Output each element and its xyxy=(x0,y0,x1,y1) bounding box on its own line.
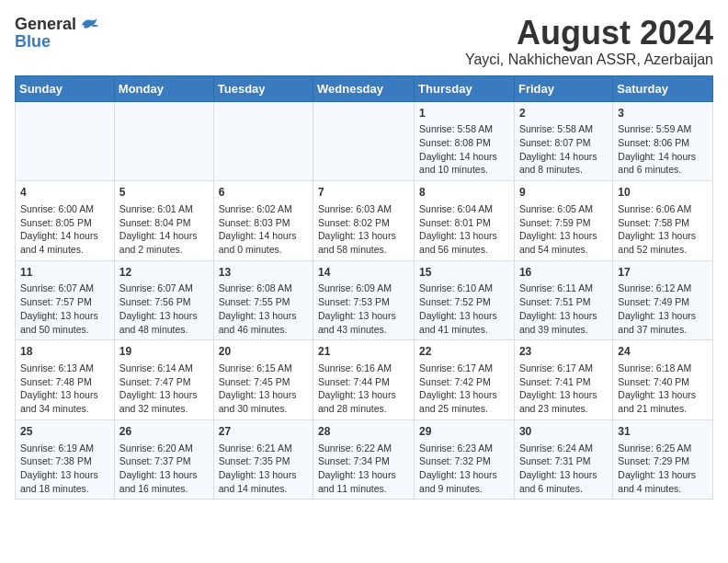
day-info-text: Daylight: 13 hours xyxy=(20,388,109,402)
day-info-text: and 9 minutes. xyxy=(419,482,509,496)
logo-bird-icon xyxy=(80,17,100,33)
calendar-cell xyxy=(313,101,415,181)
day-info-text: and 23 minutes. xyxy=(519,402,608,416)
day-info-text: Sunset: 7:44 PM xyxy=(318,375,409,389)
day-info-text: Sunrise: 6:17 AM xyxy=(419,362,509,375)
day-info-text: Daylight: 13 hours xyxy=(318,309,409,323)
calendar-cell xyxy=(16,101,115,181)
day-info-text: Daylight: 13 hours xyxy=(618,388,708,402)
day-info-text: and 39 minutes. xyxy=(519,323,608,337)
day-info-text: Sunset: 7:34 PM xyxy=(318,454,409,468)
day-info-text: and 18 minutes. xyxy=(20,482,109,496)
day-info-text: Sunrise: 6:20 AM xyxy=(119,442,209,455)
day-info-text: Daylight: 13 hours xyxy=(519,309,608,323)
calendar-cell: 19Sunrise: 6:14 AMSunset: 7:47 PMDayligh… xyxy=(114,340,213,420)
day-info-text: Sunset: 8:03 PM xyxy=(219,216,308,230)
calendar-cell: 15Sunrise: 6:10 AMSunset: 7:52 PMDayligh… xyxy=(415,260,515,340)
day-info-text: Sunset: 7:57 PM xyxy=(20,295,109,309)
day-info-text: Daylight: 14 hours xyxy=(20,229,109,243)
day-info-text: and 4 minutes. xyxy=(20,243,109,257)
day-info-text: and 48 minutes. xyxy=(119,323,209,337)
calendar-cell: 2Sunrise: 5:58 AMSunset: 8:07 PMDaylight… xyxy=(514,101,612,181)
day-number: 2 xyxy=(519,106,608,121)
day-info-text: Daylight: 13 hours xyxy=(219,468,308,482)
day-info-text: Daylight: 13 hours xyxy=(419,229,509,243)
day-info-text: Sunrise: 6:15 AM xyxy=(219,362,308,375)
day-number: 19 xyxy=(119,344,209,360)
day-info-text: and 58 minutes. xyxy=(318,243,409,257)
day-number: 27 xyxy=(219,424,308,440)
calendar-cell: 6Sunrise: 6:02 AMSunset: 8:03 PMDaylight… xyxy=(213,181,313,261)
calendar-cell: 5Sunrise: 6:01 AMSunset: 8:04 PMDaylight… xyxy=(114,181,213,261)
calendar-cell: 7Sunrise: 6:03 AMSunset: 8:02 PMDaylight… xyxy=(313,181,415,261)
day-info-text: Sunrise: 6:10 AM xyxy=(419,282,509,295)
day-info-text: Sunset: 7:49 PM xyxy=(618,295,708,309)
day-info-text: Sunrise: 6:04 AM xyxy=(419,202,509,216)
day-number: 7 xyxy=(318,185,409,201)
day-info-text: and 46 minutes. xyxy=(219,323,308,337)
day-info-text: Daylight: 13 hours xyxy=(119,468,209,482)
day-info-text: Daylight: 13 hours xyxy=(419,309,509,323)
day-info-text: Sunset: 7:29 PM xyxy=(618,454,708,468)
day-number: 30 xyxy=(519,424,608,440)
day-info-text: and 6 minutes. xyxy=(618,163,708,177)
day-number: 29 xyxy=(419,424,509,440)
day-info-text: Sunset: 7:35 PM xyxy=(219,454,308,468)
day-info-text: Sunset: 7:55 PM xyxy=(219,295,308,309)
day-info-text: Sunrise: 6:08 AM xyxy=(219,282,308,295)
day-info-text: Sunrise: 6:19 AM xyxy=(20,442,109,455)
col-header-thursday: Thursday xyxy=(415,75,515,101)
day-info-text: Sunset: 7:58 PM xyxy=(618,216,708,230)
day-info-text: Sunrise: 5:59 AM xyxy=(618,122,708,136)
day-info-text: Sunrise: 6:23 AM xyxy=(419,442,509,455)
calendar-week-row: 25Sunrise: 6:19 AMSunset: 7:38 PMDayligh… xyxy=(16,419,713,500)
day-info-text: Daylight: 13 hours xyxy=(119,388,209,402)
day-info-text: Sunset: 8:04 PM xyxy=(119,216,209,230)
day-info-text: Sunrise: 6:22 AM xyxy=(318,442,409,455)
day-info-text: Sunrise: 5:58 AM xyxy=(419,122,509,136)
day-info-text: Daylight: 13 hours xyxy=(318,468,409,482)
day-info-text: Sunset: 8:07 PM xyxy=(519,136,608,150)
day-info-text: Daylight: 13 hours xyxy=(20,468,109,482)
calendar-cell: 10Sunrise: 6:06 AMSunset: 7:58 PMDayligh… xyxy=(613,181,713,261)
calendar-cell: 26Sunrise: 6:20 AMSunset: 7:37 PMDayligh… xyxy=(114,419,213,500)
day-info-text: Sunset: 7:38 PM xyxy=(20,454,109,468)
day-number: 23 xyxy=(519,344,608,360)
day-info-text: Daylight: 14 hours xyxy=(419,150,509,164)
calendar-week-row: 11Sunrise: 6:07 AMSunset: 7:57 PMDayligh… xyxy=(16,260,713,340)
day-info-text: and 16 minutes. xyxy=(119,482,209,496)
day-info-text: Sunset: 7:37 PM xyxy=(119,454,209,468)
title-section: August 2024 Yayci, Nakhichevan ASSR, Aze… xyxy=(465,15,713,68)
day-info-text: Sunrise: 6:05 AM xyxy=(519,202,608,216)
day-number: 15 xyxy=(419,265,509,281)
day-number: 22 xyxy=(419,344,509,360)
day-number: 21 xyxy=(318,344,409,360)
day-number: 16 xyxy=(519,265,608,281)
day-info-text: Daylight: 13 hours xyxy=(519,468,608,482)
day-info-text: Sunset: 8:06 PM xyxy=(618,136,708,150)
day-info-text: Daylight: 13 hours xyxy=(419,388,509,402)
day-info-text: Sunrise: 6:02 AM xyxy=(219,202,308,216)
day-number: 5 xyxy=(119,185,209,201)
day-info-text: and 10 minutes. xyxy=(419,163,509,177)
day-number: 28 xyxy=(318,424,409,440)
day-number: 6 xyxy=(219,185,308,201)
day-info-text: Sunrise: 5:58 AM xyxy=(519,122,608,136)
day-info-text: and 32 minutes. xyxy=(119,402,209,416)
calendar-week-row: 4Sunrise: 6:00 AMSunset: 8:05 PMDaylight… xyxy=(16,181,713,261)
day-info-text: and 0 minutes. xyxy=(219,243,308,257)
calendar-cell: 13Sunrise: 6:08 AMSunset: 7:55 PMDayligh… xyxy=(213,260,313,340)
day-info-text: and 25 minutes. xyxy=(419,402,509,416)
day-info-text: Daylight: 14 hours xyxy=(618,150,708,164)
day-info-text: Sunset: 7:45 PM xyxy=(219,375,308,389)
day-number: 14 xyxy=(318,265,409,281)
day-info-text: Sunset: 7:59 PM xyxy=(519,216,608,230)
location-subtitle: Yayci, Nakhichevan ASSR, Azerbaijan xyxy=(465,52,713,68)
page-header: General Blue August 2024 Yayci, Nakhiche… xyxy=(15,15,713,68)
day-info-text: and 6 minutes. xyxy=(519,482,608,496)
day-number: 24 xyxy=(618,344,708,360)
day-info-text: Sunset: 8:01 PM xyxy=(419,216,509,230)
col-header-tuesday: Tuesday xyxy=(213,75,313,101)
day-info-text: Daylight: 13 hours xyxy=(618,309,708,323)
col-header-saturday: Saturday xyxy=(613,75,713,101)
